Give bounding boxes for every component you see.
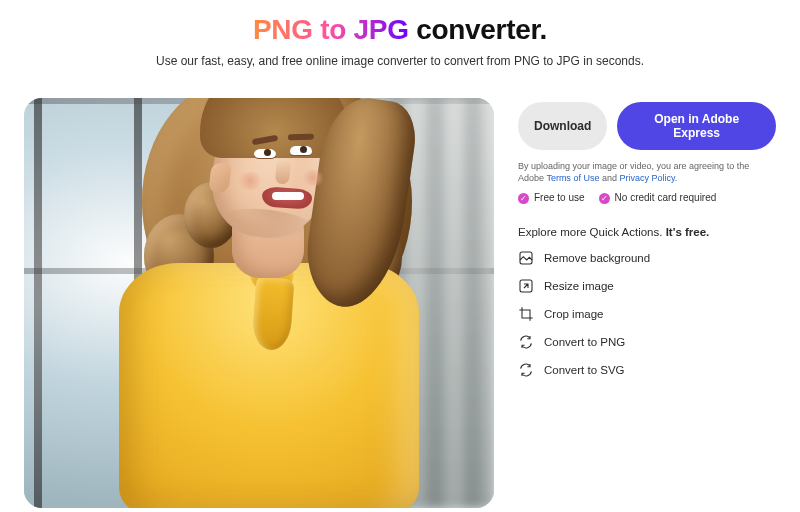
terms-link[interactable]: Terms of Use	[546, 173, 599, 183]
qa-label: Resize image	[544, 280, 614, 292]
crop-icon	[518, 306, 534, 322]
qa-convert-png[interactable]: Convert to PNG	[518, 334, 776, 350]
legal-suffix: .	[675, 173, 678, 183]
quick-actions-list: Remove background Resize image Crop imag…	[518, 250, 776, 378]
check-icon: ✓	[599, 193, 610, 204]
chip-free: ✓Free to use	[518, 192, 585, 204]
convert-icon	[518, 362, 534, 378]
qa-convert-svg[interactable]: Convert to SVG	[518, 362, 776, 378]
legal-and: and	[599, 173, 619, 183]
remove-background-icon	[518, 250, 534, 266]
image-preview	[24, 98, 494, 508]
page-title: PNG to JPG converter.	[0, 14, 800, 46]
explore-heading: Explore more Quick Actions. It's free.	[518, 226, 776, 238]
preview-photo	[24, 98, 494, 508]
chip-nocard-label: No credit card required	[615, 192, 717, 203]
convert-icon	[518, 334, 534, 350]
qa-label: Crop image	[544, 308, 603, 320]
title-gradient: PNG to JPG	[253, 14, 409, 45]
check-icon: ✓	[518, 193, 529, 204]
explore-bold: It's free.	[666, 226, 710, 238]
qa-resize-image[interactable]: Resize image	[518, 278, 776, 294]
open-express-button[interactable]: Open in Adobe Express	[617, 102, 776, 150]
chip-nocard: ✓No credit card required	[599, 192, 717, 204]
page-subtitle: Use our fast, easy, and free online imag…	[0, 54, 800, 68]
qa-label: Convert to SVG	[544, 364, 625, 376]
qa-label: Convert to PNG	[544, 336, 625, 348]
qa-label: Remove background	[544, 252, 650, 264]
download-button[interactable]: Download	[518, 102, 607, 150]
chip-free-label: Free to use	[534, 192, 585, 203]
privacy-link[interactable]: Privacy Policy	[619, 173, 674, 183]
qa-remove-background[interactable]: Remove background	[518, 250, 776, 266]
resize-icon	[518, 278, 534, 294]
qa-crop-image[interactable]: Crop image	[518, 306, 776, 322]
explore-prefix: Explore more Quick Actions.	[518, 226, 666, 238]
legal-text: By uploading your image or video, you ar…	[518, 160, 776, 184]
title-rest: converter.	[409, 14, 547, 45]
